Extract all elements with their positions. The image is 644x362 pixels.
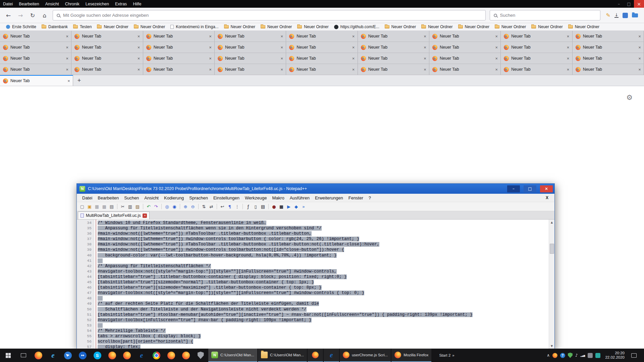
tab-close-icon[interactable]: × <box>565 56 572 61</box>
open-file-icon[interactable]: ▣ <box>86 203 93 210</box>
maximize-button[interactable]: □ <box>624 0 634 8</box>
taskbar-clock[interactable]: 20:20 22.02.2020 <box>602 351 628 360</box>
tab-close-icon[interactable]: × <box>136 34 142 39</box>
tab-close-icon[interactable]: × <box>565 34 572 39</box>
npp-close-button[interactable]: × <box>540 185 553 192</box>
bookmark-item[interactable]: Kontextmenü in Einga... <box>168 23 221 31</box>
npp-menu-bearbeiten[interactable]: Bearbeiten <box>95 195 121 200</box>
menubar-item-datei[interactable]: Datei <box>0 0 16 8</box>
npp-editor[interactable]: 3435363738394041424344454647484950515253… <box>77 220 554 349</box>
browser-tab[interactable]: Neuer Tab× <box>501 31 572 42</box>
browser-tab[interactable]: Neuer Tab× <box>143 42 215 53</box>
browser-tab[interactable]: Neuer Tab× <box>429 31 501 42</box>
npp-menu-ausfhren[interactable]: Ausführen <box>287 195 312 200</box>
tab-close-icon[interactable]: × <box>493 56 500 61</box>
taskbar-window-button[interactable]: C:\Users\Old Man... <box>258 349 307 362</box>
save-macro-icon[interactable]: ◆ <box>293 203 300 210</box>
document-close-icon[interactable]: × <box>143 214 147 218</box>
tray-defender-icon[interactable] <box>568 353 573 358</box>
copy-icon[interactable]: ▥ <box>127 203 133 210</box>
browser-tab[interactable]: Neuer Tab× <box>286 42 358 53</box>
tab-close-icon[interactable]: × <box>278 67 285 72</box>
code-area[interactable]: /* Windows 10 und Firefox Standardtheme,… <box>96 220 549 349</box>
tab-close-icon[interactable]: × <box>136 45 142 50</box>
tab-close-icon[interactable]: × <box>493 34 500 39</box>
browser-tab[interactable]: Neuer Tab× <box>0 31 71 42</box>
start2-chevron-icon[interactable]: » <box>452 353 454 357</box>
browser-tab[interactable]: Neuer Tab× <box>71 42 143 53</box>
sync-vertical-icon[interactable]: ⇅ <box>201 203 207 210</box>
bookmark-item[interactable]: Neuer Ordner <box>294 23 331 31</box>
browser-tab[interactable]: Neuer Tab× <box>215 64 286 75</box>
save-icon[interactable]: ▦ <box>94 203 100 210</box>
taskbar-window-button[interactable] <box>308 349 323 362</box>
indent-guide-icon[interactable]: ⋮ <box>234 203 240 210</box>
tab-close-icon[interactable]: × <box>422 67 428 72</box>
browser-tab[interactable]: Neuer Tab× <box>573 53 644 64</box>
menubar-item-extras[interactable]: Extras <box>112 0 130 8</box>
tab-close-icon[interactable]: × <box>350 34 357 39</box>
editor-scrollbar[interactable]: ▲ ▼ <box>549 220 554 349</box>
home-button[interactable]: ⌂ <box>39 10 50 21</box>
taskbar-window-button[interactable]: userChrome.js Scri... <box>340 349 391 362</box>
npp-menu-?[interactable]: ? <box>366 195 374 200</box>
menubar-item-ansicht[interactable]: Ansicht <box>42 0 62 8</box>
scroll-up-icon[interactable]: ▲ <box>549 220 554 225</box>
bookmark-item[interactable]: Neuer Ordner <box>382 23 419 31</box>
taskbar-firefox-icon-5[interactable] <box>178 349 193 362</box>
tab-close-icon[interactable]: × <box>422 34 428 39</box>
forward-button[interactable]: → <box>15 10 26 21</box>
paste-icon[interactable]: ▨ <box>134 203 141 210</box>
taskbar-window-button[interactable] <box>324 349 339 362</box>
npp-menu-werkzeuge[interactable]: Werkzeuge <box>242 195 270 200</box>
npp-doc-close-x[interactable]: X <box>542 195 552 200</box>
taskbar-edge-icon[interactable] <box>134 349 149 362</box>
browser-tab[interactable]: Neuer Tab× <box>429 53 501 64</box>
tab-close-icon[interactable]: × <box>636 56 643 61</box>
tab-close-icon[interactable]: × <box>278 56 285 61</box>
tab-close-icon[interactable]: × <box>136 56 142 61</box>
tray-help-icon[interactable]: ? <box>560 353 565 358</box>
tray-message-icon[interactable] <box>595 353 600 358</box>
print-icon[interactable]: ▤ <box>108 203 115 210</box>
npp-menu-kodierung[interactable]: Kodierung <box>161 195 186 200</box>
tab-close-icon[interactable]: × <box>278 45 285 50</box>
browser-tab[interactable]: Neuer Tab× <box>215 53 286 64</box>
tray-network-icon[interactable]: ▂▄▆ <box>581 354 585 357</box>
start-button[interactable] <box>0 349 16 362</box>
bookmark-item[interactable]: Testen <box>70 23 94 31</box>
task-view-button[interactable] <box>16 349 31 362</box>
browser-tab[interactable]: Neuer Tab× <box>573 31 644 42</box>
npp-menu-einstellungen[interactable]: Einstellungen <box>211 195 242 200</box>
npp-minimize-button[interactable]: – <box>507 185 520 192</box>
tab-close-icon[interactable]: × <box>64 45 70 50</box>
find-icon[interactable]: ◎ <box>164 203 170 210</box>
tab-close-icon[interactable]: × <box>493 45 500 50</box>
show-all-characters-icon[interactable]: ¶ <box>226 203 233 210</box>
browser-tab[interactable]: Neuer Tab× <box>429 42 501 53</box>
tab-close-icon[interactable]: × <box>65 78 72 83</box>
tab-close-icon[interactable]: × <box>207 45 214 50</box>
search-bar[interactable]: Suchen <box>490 10 600 20</box>
bookmark-item[interactable]: Neuer Ordner <box>455 23 492 31</box>
url-bar[interactable]: Mit Google suchen oder Adresse eingeben <box>53 10 486 20</box>
tray-firefox-icon[interactable] <box>552 353 557 358</box>
bookmark-item[interactable]: Neuer Ordner <box>566 23 602 31</box>
bookmark-item[interactable]: Neuer Ordner <box>131 23 168 31</box>
downloads-icon[interactable]: ↓ <box>614 13 619 18</box>
bookmark-item[interactable]: Neuer Ordner <box>492 23 529 31</box>
library-folder-icon[interactable] <box>632 13 638 17</box>
bookmark-item[interactable]: Datenbank <box>39 23 70 31</box>
replace-icon[interactable]: ◉ <box>171 203 178 210</box>
tab-close-icon[interactable]: × <box>350 45 357 50</box>
tab-close-icon[interactable]: × <box>64 67 70 72</box>
tab-close-icon[interactable]: × <box>207 67 214 72</box>
cut-icon[interactable]: ✂ <box>119 203 126 210</box>
taskbar-skype-icon[interactable] <box>90 349 105 362</box>
taskbar-firefox-icon-2[interactable] <box>105 349 119 362</box>
browser-tab[interactable]: Neuer Tab× <box>501 53 572 64</box>
tab-close-icon[interactable]: × <box>565 45 572 50</box>
taskbar-window-button[interactable]: Mozilla Firefox <box>391 349 431 362</box>
tab-close-icon[interactable]: × <box>636 45 643 50</box>
tab-close-icon[interactable]: × <box>636 34 643 39</box>
